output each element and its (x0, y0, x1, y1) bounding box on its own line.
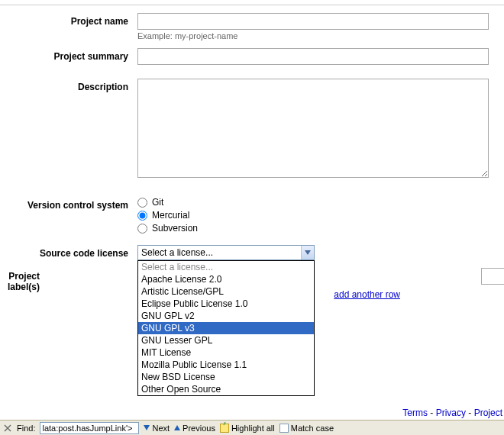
license-select[interactable]: Select a license... (137, 245, 315, 260)
project-link[interactable]: Project (474, 408, 502, 418)
license-option[interactable]: Apache License 2.0 (138, 273, 314, 285)
arrow-up-icon (174, 425, 180, 430)
project-name-input[interactable] (137, 13, 489, 30)
vcs-label: Version control system (8, 197, 137, 236)
project-summary-label: Project summary (8, 48, 137, 65)
vcs-git-radio[interactable] (137, 198, 147, 208)
license-option[interactable]: Eclipse Public License 1.0 (138, 298, 314, 310)
vcs-mercurial-label: Mercurial (152, 210, 189, 221)
license-option[interactable]: Artistic License/GPL (138, 285, 314, 298)
vcs-subversion-radio[interactable] (137, 224, 147, 234)
highlight-all-button[interactable]: Highlight all (220, 424, 275, 433)
project-label-input-1[interactable] (481, 268, 504, 285)
find-previous-button[interactable]: Previous (174, 424, 215, 433)
project-summary-input[interactable] (137, 48, 489, 65)
license-option[interactable]: Select a license... (138, 261, 314, 273)
description-textarea[interactable] (137, 79, 489, 178)
find-label: Find: (17, 424, 35, 433)
highlight-icon (220, 424, 229, 433)
terms-link[interactable]: Terms (402, 408, 428, 418)
footer-links: Terms - Privacy - Project (402, 408, 504, 418)
license-option[interactable]: Mozilla Public License 1.1 (138, 359, 314, 371)
project-labels-label: Project label(s) (8, 268, 49, 300)
vcs-git-label: Git (152, 197, 163, 208)
close-icon[interactable] (3, 424, 12, 433)
find-bar: Find: Next Previous Highlight all Match … (0, 420, 504, 435)
license-option[interactable]: Other Open Source (138, 383, 314, 395)
privacy-link[interactable]: Privacy (436, 408, 466, 418)
project-name-hint: Example: my-project-name (137, 31, 496, 40)
vcs-mercurial-radio[interactable] (137, 211, 147, 221)
chevron-down-icon (301, 246, 314, 259)
description-label: Description (8, 79, 137, 180)
match-case-toggle[interactable]: Match case (279, 424, 334, 433)
license-option[interactable]: GNU GPL v2 (138, 310, 314, 322)
find-next-button[interactable]: Next (144, 424, 170, 433)
license-option[interactable]: MIT License (138, 346, 314, 359)
vcs-subversion-label: Subversion (152, 223, 198, 234)
project-name-label: Project name (8, 13, 137, 40)
license-label: Source code license (8, 245, 137, 260)
license-option[interactable]: New BSD License (138, 371, 314, 383)
license-option[interactable]: GNU Lesser GPL (138, 334, 314, 346)
checkbox-icon (279, 424, 289, 433)
find-input[interactable] (40, 422, 139, 434)
license-select-display: Select a license... (141, 247, 213, 258)
arrow-down-icon (144, 425, 150, 430)
license-option[interactable]: GNU GPL v3 (138, 322, 314, 334)
license-dropdown[interactable]: Select a license... Apache License 2.0 A… (137, 260, 315, 396)
